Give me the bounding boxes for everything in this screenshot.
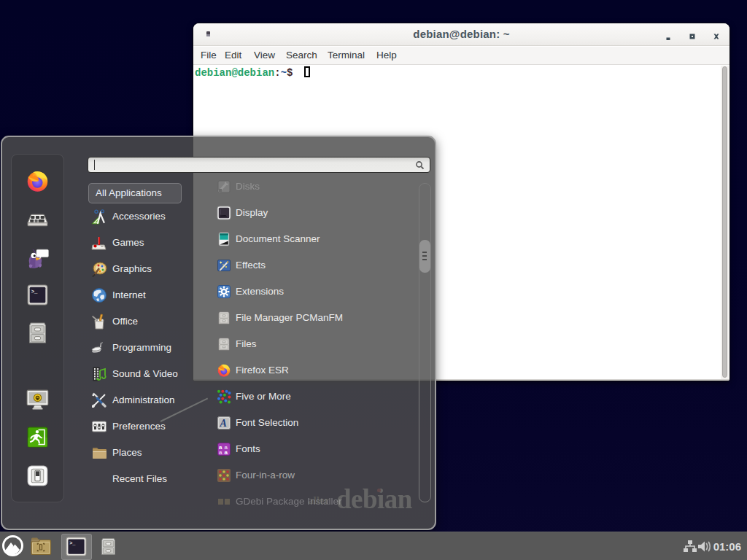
- svg-text:a: a: [225, 449, 228, 456]
- svg-text:A: A: [220, 418, 227, 429]
- svg-text:>_: >_: [31, 289, 38, 295]
- svg-text:a: a: [219, 449, 222, 456]
- svg-text:>_: >_: [69, 540, 76, 546]
